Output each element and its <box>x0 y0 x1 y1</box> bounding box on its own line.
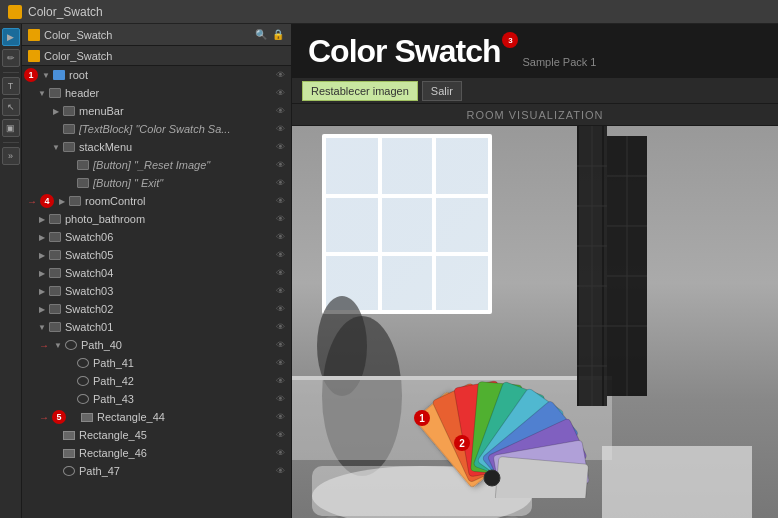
label-swatch05: Swatch05 <box>65 249 273 261</box>
tree-item-rect44[interactable]: → 5 Rectangle_44 👁 <box>22 408 291 426</box>
arrow-rect45 <box>50 429 62 441</box>
tool-pen[interactable]: ✏ <box>2 49 20 67</box>
section-label-bar: ROOM VISUALIZATION <box>292 104 778 126</box>
sample-pack-text: Sample Pack 1 <box>522 56 596 68</box>
arrow-menubar: ▶ <box>50 105 62 117</box>
tree-item-btn-reset[interactable]: [Button] "_Reset Image" 👁 <box>22 156 291 174</box>
tree-item-path47[interactable]: Path_47 👁 <box>22 462 291 480</box>
eye-menubar[interactable]: 👁 <box>273 104 287 118</box>
app-title-normal: Color <box>308 33 394 69</box>
label-swatch01: Swatch01 <box>65 321 273 333</box>
tool-text[interactable]: T <box>2 77 20 95</box>
icon-rect44 <box>80 410 94 424</box>
tree-panel-header: Color_Swatch 🔍 🔒 <box>22 24 291 46</box>
eye-path41[interactable]: 👁 <box>273 356 287 370</box>
label-path47: Path_47 <box>79 465 273 477</box>
label-btn-reset: [Button] "_Reset Image" <box>93 159 273 171</box>
tree-item-swatch03[interactable]: ▶ Swatch03 👁 <box>22 282 291 300</box>
eye-swatch01[interactable]: 👁 <box>273 320 287 334</box>
tree-item-textblock[interactable]: [TextBlock] "Color Swatch Sa... 👁 <box>22 120 291 138</box>
panel-search-icon[interactable]: 🔍 <box>254 28 268 42</box>
icon-swatch05 <box>48 248 62 262</box>
tree-item-photo[interactable]: ▶ photo_bathroom 👁 <box>22 210 291 228</box>
tree-item-btn-exit[interactable]: [Button] " Exit" 👁 <box>22 174 291 192</box>
tree-item-path40[interactable]: → ▼ Path_40 👁 <box>22 336 291 354</box>
tool-cursor[interactable]: ↖ <box>2 98 20 116</box>
tree-item-menubar[interactable]: ▶ menuBar 👁 <box>22 102 291 120</box>
arrow-photo: ▶ <box>36 213 48 225</box>
eye-btn-exit[interactable]: 👁 <box>273 176 287 190</box>
label-textblock: [TextBlock] "Color Swatch Sa... <box>79 123 273 135</box>
title-bar-icon <box>8 5 22 19</box>
tree-item-swatch06[interactable]: ▶ Swatch06 👁 <box>22 228 291 246</box>
tool-more[interactable]: » <box>2 147 20 165</box>
eye-swatch05[interactable]: 👁 <box>273 248 287 262</box>
tool-arrow[interactable]: ▶ <box>2 28 20 46</box>
panel-lock-icon[interactable]: 🔒 <box>271 28 285 42</box>
eye-btn-reset[interactable]: 👁 <box>273 158 287 172</box>
tool-screen[interactable]: ▣ <box>2 119 20 137</box>
tree-item-path41[interactable]: Path_41 👁 <box>22 354 291 372</box>
arrow-swatch04: ▶ <box>36 267 48 279</box>
tree-content[interactable]: 1 ▼ root 👁 ▼ header 👁 ▶ menuBar 👁 <box>22 66 291 518</box>
toolbar-divider-1 <box>3 72 19 73</box>
arrow-btn-reset <box>64 159 76 171</box>
svg-rect-41 <box>495 457 588 498</box>
eye-roomcontrol[interactable]: 👁 <box>273 194 287 208</box>
eye-photo[interactable]: 👁 <box>273 212 287 226</box>
tree-item-path42[interactable]: Path_42 👁 <box>22 372 291 390</box>
eye-rect46[interactable]: 👁 <box>273 446 287 460</box>
eye-textblock[interactable]: 👁 <box>273 122 287 136</box>
label-header: header <box>65 87 273 99</box>
eye-path43[interactable]: 👁 <box>273 392 287 406</box>
btn-exit[interactable]: Salir <box>422 81 462 101</box>
tree-item-swatch02[interactable]: ▶ Swatch02 👁 <box>22 300 291 318</box>
arrow-btn-exit <box>64 177 76 189</box>
eye-path40[interactable]: 👁 <box>273 338 287 352</box>
arrow-stackmenu: ▼ <box>50 141 62 153</box>
eye-swatch04[interactable]: 👁 <box>273 266 287 280</box>
svg-rect-2 <box>326 138 488 310</box>
svg-point-42 <box>484 470 500 486</box>
tree-panel: Color_Swatch 🔍 🔒 Color_Swatch 1 ▼ root 👁 <box>22 24 292 518</box>
eye-swatch03[interactable]: 👁 <box>273 284 287 298</box>
eye-swatch02[interactable]: 👁 <box>273 302 287 316</box>
tree-item-path43[interactable]: Path_43 👁 <box>22 390 291 408</box>
eye-stackmenu[interactable]: 👁 <box>273 140 287 154</box>
btn-reset-image[interactable]: Restablecer imagen <box>302 81 418 101</box>
arrow-root: ▼ <box>40 69 52 81</box>
icon-path40 <box>64 338 78 352</box>
icon-path47 <box>62 464 76 478</box>
eye-header[interactable]: 👁 <box>273 86 287 100</box>
eye-rect45[interactable]: 👁 <box>273 428 287 442</box>
icon-swatch06 <box>48 230 62 244</box>
main-layout: ▶ ✏ T ↖ ▣ » Color_Swatch 🔍 🔒 Color_Swatc… <box>0 24 778 518</box>
tree-item-rect46[interactable]: Rectangle_46 👁 <box>22 444 291 462</box>
icon-path41 <box>76 356 90 370</box>
icon-btn-reset <box>76 158 90 172</box>
icon-header <box>48 86 62 100</box>
left-toolbar: ▶ ✏ T ↖ ▣ » <box>0 24 22 518</box>
tree-item-swatch04[interactable]: ▶ Swatch04 👁 <box>22 264 291 282</box>
tree-item-rect45[interactable]: Rectangle_45 👁 <box>22 426 291 444</box>
tree-subheader: Color_Swatch <box>22 46 291 66</box>
tree-item-root[interactable]: 1 ▼ root 👁 <box>22 66 291 84</box>
icon-path43 <box>76 392 90 406</box>
icon-photo <box>48 212 62 226</box>
swatch-fan-svg: 1 2 <box>412 338 632 498</box>
tree-item-swatch01[interactable]: ▼ Swatch01 👁 <box>22 318 291 336</box>
arrow-path43 <box>64 393 76 405</box>
tree-item-stackmenu[interactable]: ▼ stackMenu 👁 <box>22 138 291 156</box>
tree-item-swatch05[interactable]: ▶ Swatch05 👁 <box>22 246 291 264</box>
sample-pack-badge: 3 <box>502 32 518 48</box>
eye-root[interactable]: 👁 <box>273 68 287 82</box>
label-rect45: Rectangle_45 <box>79 429 273 441</box>
eye-rect44[interactable]: 👁 <box>273 410 287 424</box>
badge-1: 1 <box>24 68 38 82</box>
tree-item-roomcontrol[interactable]: → 4 ▶ roomControl 👁 <box>22 192 291 210</box>
eye-path42[interactable]: 👁 <box>273 374 287 388</box>
eye-path47[interactable]: 👁 <box>273 464 287 478</box>
eye-swatch06[interactable]: 👁 <box>273 230 287 244</box>
arrow-swatch01: ▼ <box>36 321 48 333</box>
tree-item-header[interactable]: ▼ header 👁 <box>22 84 291 102</box>
